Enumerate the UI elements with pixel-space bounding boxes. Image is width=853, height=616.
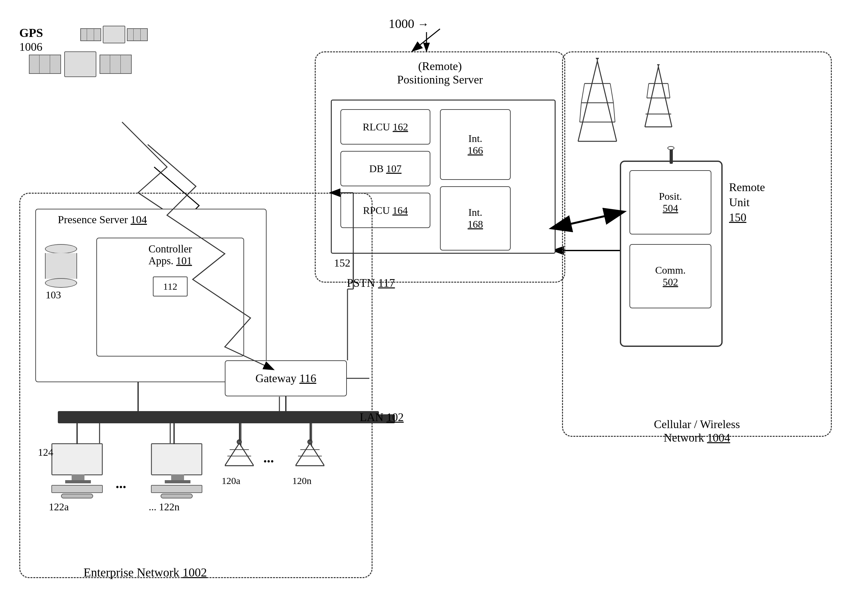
- gps-label: GPS: [19, 26, 43, 40]
- svg-line-20: [597, 61, 617, 141]
- remote-unit-antenna-ball: [667, 146, 674, 150]
- svg-line-28: [613, 103, 615, 122]
- computer-122n-id: ... 122n: [149, 501, 179, 513]
- remote-unit-antenna: [669, 148, 673, 164]
- access-points-dots: ...: [263, 450, 274, 466]
- remote-unit-label: RemoteUnit150: [729, 180, 765, 225]
- presence-server-label: Presence Server 104: [58, 214, 147, 226]
- gateway-box: Gateway 116: [225, 360, 347, 396]
- svg-point-30: [596, 58, 599, 59]
- svg-marker-16: [296, 443, 324, 466]
- computers-dots: ...: [115, 475, 126, 492]
- connector-gateway-lan: [285, 396, 287, 416]
- int-168-box: Int.168: [440, 186, 511, 250]
- svg-point-40: [657, 64, 660, 65]
- connector-lan-comp1: [76, 423, 78, 444]
- gps-id: 1006: [19, 40, 42, 54]
- tower-1: [575, 58, 620, 148]
- computer-122n: [148, 443, 206, 495]
- computer-122a: [48, 443, 106, 495]
- controller-apps-box: ControllerApps. 101 112: [96, 238, 244, 357]
- rlcu-box: RLCU 162: [340, 109, 430, 144]
- int-166-box: Int.166: [440, 109, 511, 180]
- connector-presence-lan: [137, 382, 139, 416]
- access-point-120n-id: 120n: [292, 475, 311, 486]
- lan-label: LAN 102: [360, 410, 404, 424]
- computer-122a-id: 122a: [49, 501, 69, 513]
- computer-124-id: 124: [38, 446, 53, 458]
- connector-lan-ap2: [310, 423, 311, 441]
- comm-502-box: Comm.502: [630, 244, 711, 308]
- svg-line-26: [610, 83, 613, 103]
- cellular-network-label: Cellular / WirelessNetwork 1004: [578, 417, 816, 445]
- connector-lan-comp2: [173, 423, 175, 444]
- diagram-container: 1000 → GPS 1006: [0, 0, 853, 616]
- svg-line-27: [580, 103, 581, 122]
- access-point-120a-id: 120a: [222, 475, 240, 486]
- svg-line-44: [413, 29, 440, 51]
- posit-504-box: Posit.504: [630, 170, 711, 234]
- connector-lan-ap1: [239, 423, 240, 441]
- svg-marker-13: [225, 443, 254, 466]
- ref-1000-label: 1000 →: [389, 16, 429, 31]
- svg-line-38: [668, 83, 670, 98]
- svg-line-37: [647, 83, 649, 98]
- remote-positioning-server-label: (Remote)Positioning Server: [337, 59, 543, 86]
- db-107-box: DB 107: [340, 151, 430, 186]
- svg-line-25: [581, 83, 584, 103]
- tower-2: [642, 64, 674, 132]
- db-103-cylinder: [45, 244, 77, 286]
- enterprise-network-label: Enterprise Network 1002: [83, 565, 207, 580]
- db-103-id: 103: [46, 289, 61, 301]
- lan-bar: [58, 414, 395, 423]
- svg-line-19: [578, 61, 597, 141]
